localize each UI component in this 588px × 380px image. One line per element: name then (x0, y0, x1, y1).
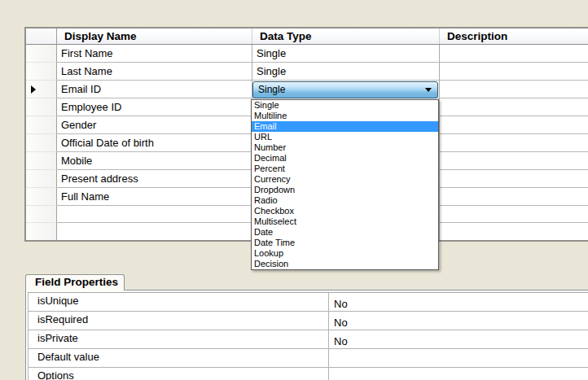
grid-header-row: Display Name Data Type Description (26, 28, 588, 45)
row-header-cell[interactable] (26, 223, 57, 240)
dropdown-option[interactable]: Single (252, 100, 438, 111)
grid-cell-description[interactable] (440, 63, 588, 81)
grid-cell-display-name[interactable]: Last Name (57, 63, 252, 81)
property-row: Default value (29, 349, 588, 368)
tab-field-properties[interactable]: Field Properties (25, 274, 125, 290)
dropdown-option[interactable]: URL (252, 132, 438, 142)
combobox-dropdown-arrow-icon[interactable] (425, 88, 432, 92)
grid-cell-display-name[interactable]: Official Date of birth (57, 134, 252, 152)
current-row-indicator-icon (31, 85, 36, 94)
row-header-cell[interactable] (26, 98, 57, 116)
grid-cell-description[interactable] (440, 134, 588, 152)
dropdown-option[interactable]: Date (252, 227, 438, 238)
dropdown-option[interactable]: Email (252, 121, 438, 132)
row-header-cell[interactable] (26, 63, 57, 81)
grid-cell-display-name[interactable] (57, 206, 252, 223)
column-header-data-type[interactable]: Data Type (252, 28, 440, 44)
dropdown-option[interactable]: Multiselect (252, 216, 438, 227)
grid-cell-description[interactable] (440, 45, 588, 63)
grid-cell-description[interactable] (440, 206, 588, 223)
row-header-cell[interactable] (26, 81, 57, 98)
dropdown-option[interactable]: Checkbox (252, 206, 438, 216)
dropdown-option[interactable]: Date Time (252, 238, 438, 248)
dropdown-option[interactable]: Decision (252, 259, 438, 269)
dropdown-option[interactable]: Number (252, 142, 438, 153)
grid-cell-description[interactable] (440, 170, 588, 188)
dropdown-option[interactable]: Percent (252, 164, 438, 174)
property-row: Options (29, 368, 588, 380)
grid-cell-description[interactable] (440, 188, 588, 206)
grid-cell-display-name[interactable]: Present address (57, 170, 252, 188)
column-header-display-name[interactable]: Display Name (57, 28, 252, 44)
property-name[interactable]: isPrivate (29, 330, 329, 348)
property-row: isPrivateNo (29, 330, 588, 349)
grid-cell-description[interactable] (440, 223, 588, 240)
row-header-cell[interactable] (26, 206, 57, 223)
grid-cell-data-type[interactable]: Single (252, 45, 440, 63)
property-name[interactable]: Options (29, 368, 329, 380)
combobox-value: Single (258, 82, 285, 98)
dropdown-option[interactable]: Decimal (252, 153, 438, 164)
grid-cell-description[interactable] (440, 152, 588, 170)
property-value[interactable]: No (329, 312, 588, 330)
form-background: Display Name Data Type Description First… (0, 0, 588, 380)
grid-row: Last NameSingle (26, 63, 588, 81)
property-name[interactable]: Default value (29, 349, 329, 367)
grid-cell-display-name[interactable]: Employee ID (57, 98, 252, 116)
dropdown-option[interactable]: Lookup (252, 248, 438, 259)
row-header-cell[interactable] (26, 152, 57, 170)
grid-cell-display-name[interactable]: Full Name (57, 188, 252, 206)
property-value[interactable] (329, 368, 588, 380)
dropdown-option[interactable]: Dropdown (252, 185, 438, 195)
dropdown-option[interactable]: Currency (252, 174, 438, 185)
row-header-cell[interactable] (26, 116, 57, 134)
data-type-dropdown-list: SingleMultilineEmailURLNumberDecimalPerc… (251, 99, 439, 270)
property-name[interactable]: isRequired (29, 312, 329, 330)
grid-cell-display-name[interactable]: First Name (57, 45, 252, 63)
property-row: isRequiredNo (29, 312, 588, 330)
property-value[interactable]: No (329, 330, 588, 348)
property-name[interactable]: isUnique (29, 293, 329, 311)
grid-cell-display-name[interactable]: Mobile (57, 152, 252, 170)
row-header-cell[interactable] (26, 45, 57, 63)
row-header-cell[interactable] (26, 134, 57, 152)
row-header-cell[interactable] (26, 170, 57, 188)
grid-cell-display-name[interactable]: Email ID (57, 81, 252, 98)
dropdown-option[interactable]: Radio (252, 195, 438, 206)
grid-cell-display-name[interactable] (57, 223, 252, 240)
grid-cell-description[interactable] (440, 116, 588, 134)
grid-corner-cell[interactable] (26, 28, 57, 44)
grid-cell-description[interactable] (440, 81, 588, 98)
dropdown-option[interactable]: Multiline (252, 111, 438, 121)
grid-row: First NameSingle (26, 45, 588, 63)
property-row: isUniqueNo (29, 293, 588, 312)
tab-field-properties-label: Field Properties (35, 276, 118, 288)
property-value[interactable] (329, 349, 588, 367)
grid-cell-data-type[interactable]: Single (252, 63, 440, 81)
field-properties-table: isUniqueNoisRequiredNoisPrivateNoDefault… (28, 292, 588, 380)
grid-cell-description[interactable] (440, 98, 588, 116)
column-header-description[interactable]: Description (440, 28, 588, 44)
property-value[interactable]: No (329, 293, 588, 311)
row-header-cell[interactable] (26, 188, 57, 206)
data-type-combobox[interactable]: Single (252, 81, 438, 98)
grid-cell-display-name[interactable]: Gender (57, 116, 252, 134)
